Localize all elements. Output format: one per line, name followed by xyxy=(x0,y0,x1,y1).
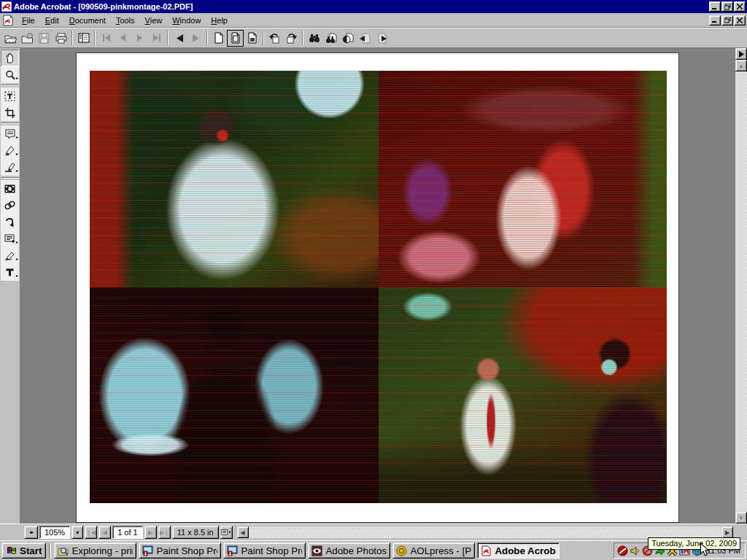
arrow-left-icon: ◀ xyxy=(241,529,245,536)
taskbar-button-label: Adobe Photoshop xyxy=(325,545,387,556)
status-last-page-button[interactable]: ▶❘ xyxy=(158,526,171,539)
previous-highlight-button[interactable] xyxy=(356,30,373,47)
link-tool-button[interactable] xyxy=(1,197,19,214)
taskbar-button-exploring[interactable]: Exploring - printables xyxy=(54,542,136,559)
menu-document[interactable]: Document xyxy=(64,15,111,26)
palette-separator xyxy=(1,85,19,86)
doc-minimize-button[interactable] xyxy=(709,15,721,26)
toolbar-separator xyxy=(302,31,303,45)
restore-icon xyxy=(724,4,731,10)
zoom-tool-button[interactable]: ▸ xyxy=(1,66,19,83)
previous-page-button[interactable] xyxy=(115,30,131,47)
open-button[interactable] xyxy=(2,30,19,47)
scroll-down-button[interactable]: ▼ xyxy=(735,512,747,524)
taskbar-button-aolpress[interactable]: AOLpress - [Pink Y... xyxy=(392,542,475,559)
next-page-button[interactable] xyxy=(131,30,148,47)
article-tool-button[interactable] xyxy=(1,214,19,230)
movie-tool-button[interactable] xyxy=(1,180,19,197)
first-page-icon xyxy=(102,34,111,42)
form-tool-button[interactable]: ▸ xyxy=(1,230,19,247)
tray-crashguard-icon[interactable] xyxy=(617,545,628,556)
restore-icon xyxy=(724,17,731,23)
menu-tools[interactable]: Tools xyxy=(111,15,140,26)
highlight-tool-button[interactable]: ▸ xyxy=(1,159,19,176)
link-icon xyxy=(4,201,15,210)
minimize-button[interactable] xyxy=(709,1,721,12)
next-highlight-button[interactable] xyxy=(373,30,390,47)
pdf-page[interactable] xyxy=(76,52,679,523)
restore-button[interactable] xyxy=(721,1,733,12)
start-label: Start xyxy=(20,545,42,556)
doc-close-button[interactable] xyxy=(734,15,746,26)
digital-signature-tool-button[interactable]: ▸ xyxy=(1,247,19,264)
status-next-page-button[interactable]: ▶ xyxy=(144,526,157,539)
fit-width-button[interactable] xyxy=(244,30,260,47)
menu-window[interactable]: Window xyxy=(167,15,206,26)
note-tool-button[interactable]: ▸ xyxy=(1,125,19,142)
print-button[interactable] xyxy=(53,30,69,47)
find-button[interactable] xyxy=(306,30,322,47)
last-page-icon xyxy=(152,34,161,42)
taskbar-button-paintshoppro-1[interactable]: Paint Shop Pro - Im... xyxy=(139,542,221,559)
text-select-icon xyxy=(4,91,15,101)
menu-view[interactable]: View xyxy=(140,15,168,26)
text-select-tool-button[interactable] xyxy=(1,88,19,104)
save-icon xyxy=(39,33,50,44)
document-pane[interactable] xyxy=(20,48,735,524)
main-area: ▸ ▸ ▸ ▸ xyxy=(0,48,747,524)
palette-separator xyxy=(1,122,19,124)
page-layout-button[interactable]: ▼ xyxy=(220,526,233,539)
page-size-indicator: 11 x 8.5 in xyxy=(172,526,219,539)
navigation-pane-button[interactable] xyxy=(75,30,92,47)
hand-tool-button[interactable] xyxy=(1,50,19,66)
zoom-dropdown-button[interactable]: ▼ xyxy=(71,526,83,539)
rotate-right-button[interactable] xyxy=(283,30,300,47)
menu-file[interactable]: File xyxy=(17,15,40,26)
previous-highlight-icon xyxy=(359,33,371,44)
highlighter-icon xyxy=(4,163,15,172)
acrobat-app-icon xyxy=(1,1,12,12)
scroll-left-button[interactable]: ◀ xyxy=(237,526,249,538)
rotate-left-button[interactable] xyxy=(266,30,283,47)
pane-menu-button[interactable] xyxy=(735,48,747,60)
pane-splitter-button[interactable]: ◂▸ xyxy=(24,526,38,539)
pdf-document-icon xyxy=(2,15,14,26)
taskbar-button-paintshoppro-2[interactable]: Paint Shop Pro - 0... xyxy=(223,542,306,559)
menu-edit[interactable]: Edit xyxy=(40,15,64,26)
taskbar-button-photoshop[interactable]: Adobe Photoshop xyxy=(308,542,390,559)
article-icon xyxy=(5,217,15,228)
next-highlight-icon xyxy=(376,33,387,44)
status-first-page-button[interactable]: ❘◀ xyxy=(85,526,97,539)
last-page-button[interactable] xyxy=(148,30,165,47)
save-button[interactable] xyxy=(36,30,53,47)
page-indicator[interactable]: 1 of 1 xyxy=(112,526,143,539)
search-results-button[interactable] xyxy=(339,30,356,47)
window-title: Adobe Acrobat - [090509-pinkmontage-02.P… xyxy=(14,2,709,11)
touchup-text-tool-button[interactable]: ▸ xyxy=(1,264,19,281)
start-button[interactable]: Start xyxy=(1,542,46,559)
doc-restore-button[interactable] xyxy=(721,15,733,26)
scroll-up-button[interactable]: ▲ xyxy=(735,60,747,71)
close-button[interactable] xyxy=(734,1,746,12)
zoom-level[interactable]: 105% xyxy=(39,526,70,539)
go-forward-button[interactable] xyxy=(187,30,204,47)
status-bar: ◂▸ 105% ▼ ❘◀ ◀ 1 of 1 ▶ ▶❘ 11 x 8.5 in ▼… xyxy=(0,524,747,540)
tray-volume-icon[interactable] xyxy=(630,545,640,556)
open-web-page-button[interactable] xyxy=(19,30,36,47)
fit-in-window-button[interactable] xyxy=(227,30,244,47)
flyout-arrow-icon: ▸ xyxy=(16,257,18,261)
status-previous-page-button[interactable]: ◀ xyxy=(98,526,111,539)
vertical-scroll-track[interactable] xyxy=(735,71,747,512)
pencil-tool-button[interactable]: ▸ xyxy=(1,142,19,159)
menu-help[interactable]: Help xyxy=(206,15,233,26)
go-back-button[interactable] xyxy=(171,30,187,47)
taskbar-button-acrobat[interactable]: Adobe Acrobat... xyxy=(477,542,560,559)
crop-tool-button[interactable] xyxy=(1,104,19,121)
crop-icon xyxy=(5,108,15,118)
search-button[interactable] xyxy=(322,30,339,47)
scroll-right-button[interactable]: ▶ xyxy=(721,526,733,538)
actual-size-button[interactable] xyxy=(210,30,227,47)
first-page-button[interactable] xyxy=(98,30,115,47)
horizontal-scroll-track[interactable] xyxy=(249,526,721,538)
pencil-icon xyxy=(5,146,15,156)
